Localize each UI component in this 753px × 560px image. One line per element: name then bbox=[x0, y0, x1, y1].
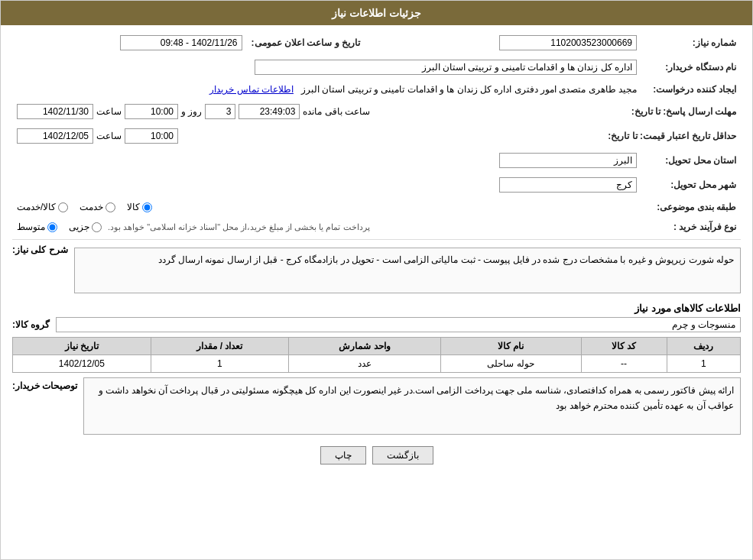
buyer-notes-text: ارائه پیش فاکتور رسمی به همراه کدافتصادی… bbox=[83, 377, 741, 435]
creator-link[interactable]: اطلاعات تماس خریدار bbox=[209, 84, 294, 95]
page-title: جزئیات اطلاعات نیاز bbox=[332, 7, 421, 19]
deadline-remaining-label: ساعت باقی مانده bbox=[303, 106, 370, 117]
announce-date-label: تاریخ و ساعت اعلان عمومی: bbox=[247, 33, 365, 53]
col-date: تاریخ نیاز bbox=[13, 338, 151, 355]
buyer-org-label: نام دستگاه خریدار: bbox=[641, 57, 741, 77]
price-validity-label: حداقل تاریخ اعتبار قیمت: تا تاریخ: bbox=[603, 126, 741, 146]
table-row: 1 -- حوله ساحلی عدد 1 1402/12/05 bbox=[13, 355, 741, 373]
city-row: شهر محل تحویل: کرج bbox=[12, 175, 741, 195]
process-label: نوع فرآیند خرید : bbox=[641, 219, 741, 235]
cell-name: حوله ساحلی bbox=[440, 355, 581, 373]
creator-label: ایجاد کننده درخواست: bbox=[641, 82, 741, 97]
goods-group-label: گروه کالا: bbox=[12, 319, 50, 330]
summary-label: شرح کلی نیاز: bbox=[12, 244, 68, 255]
province-label: استان محل تحویل: bbox=[641, 151, 741, 170]
col-name: نام کالا bbox=[440, 338, 581, 355]
type-option-khidmat[interactable]: خدمت bbox=[80, 202, 115, 212]
buyer-org-row: نام دستگاه خریدار: اداره کل زندان ها و ا… bbox=[12, 57, 741, 77]
cell-unit: عدد bbox=[289, 355, 441, 373]
city-label: شهر محل تحویل: bbox=[641, 175, 741, 195]
price-validity-date: 1402/12/05 bbox=[17, 128, 93, 144]
summary-text: حوله شورت زیرپوش و غیره با مشخصات درج شد… bbox=[74, 248, 741, 293]
province-row: استان محل تحویل: البرز bbox=[12, 151, 741, 170]
need-number-label: شماره نیاز: bbox=[641, 33, 741, 53]
creator-value: مجید طاهری متصدی امور دفتری اداره کل زند… bbox=[301, 84, 637, 95]
type-option-kala-khidmat[interactable]: کالا/خدمت bbox=[17, 202, 68, 212]
deadline-days-label: روز و bbox=[181, 106, 202, 117]
need-number-value: 1102003523000669 bbox=[499, 35, 637, 50]
city-value: کرج bbox=[499, 177, 637, 193]
col-qty: تعداد / مقدار bbox=[151, 338, 288, 355]
deadline-date: 1402/11/30 bbox=[17, 104, 93, 119]
creator-row: ایجاد کننده درخواست: مجید طاهری متصدی ام… bbox=[12, 82, 741, 97]
cell-row: 1 bbox=[667, 355, 740, 373]
col-row: ردیف bbox=[667, 338, 740, 355]
content-area: شماره نیاز: 1102003523000669 تاریخ و ساع… bbox=[1, 25, 752, 480]
deadline-time: 10:00 bbox=[125, 104, 178, 119]
type-row: طبقه بندی موضوعی: کالا/خدمت خدمت کالا bbox=[12, 199, 741, 215]
process-description: پرداخت تمام یا بخشی از مبلغ خرید،از محل … bbox=[108, 222, 370, 232]
province-value: البرز bbox=[499, 153, 637, 168]
price-validity-time: 10:00 bbox=[125, 128, 178, 144]
deadline-days: 3 bbox=[205, 104, 235, 119]
page-header: جزئیات اطلاعات نیاز bbox=[1, 1, 752, 25]
buyer-notes-label: توصیحات خریدار: bbox=[12, 377, 77, 391]
price-validity-time-label: ساعت bbox=[96, 131, 122, 141]
cell-code: -- bbox=[581, 355, 667, 373]
cell-date: 1402/12/05 bbox=[13, 355, 151, 373]
buyer-org-value: اداره کل زندان ها و اقدامات تامینی و ترب… bbox=[255, 60, 637, 75]
col-unit: واحد شمارش bbox=[289, 338, 441, 355]
deadline-remaining: 23:49:03 bbox=[239, 104, 300, 119]
back-button[interactable]: بازگشت bbox=[372, 446, 433, 465]
page-wrapper: جزئیات اطلاعات نیاز شماره نیاز: 11020035… bbox=[0, 0, 753, 560]
deadline-label: مهلت ارسال پاسخ: تا تاریخ: bbox=[627, 102, 741, 121]
price-validity-row: حداقل تاریخ اعتبار قیمت: تا تاریخ: 1402/… bbox=[12, 126, 741, 146]
deadline-time-label: ساعت bbox=[96, 106, 122, 117]
process-option-mutavasit[interactable]: متوسط bbox=[17, 222, 57, 232]
print-button[interactable]: چاپ bbox=[320, 446, 366, 465]
deadline-row: مهلت ارسال پاسخ: تا تاریخ: 1402/11/30 سا… bbox=[12, 102, 741, 121]
cell-qty: 1 bbox=[151, 355, 288, 373]
goods-table: ردیف کد کالا نام کالا واحد شمارش تعداد /… bbox=[12, 337, 741, 373]
goods-group-row: گروه کالا: منسوجات و چرم bbox=[12, 317, 741, 332]
announce-date-value: 1402/11/26 - 09:48 bbox=[120, 35, 242, 50]
goods-section-title: اطلاعات کالاهای مورد نیاز bbox=[12, 303, 741, 314]
footer-buttons: بازگشت چاپ bbox=[12, 446, 741, 465]
process-option-juz'i[interactable]: جزیی bbox=[69, 222, 102, 232]
process-row: نوع فرآیند خرید : متوسط جزیی bbox=[12, 219, 741, 235]
type-label: طبقه بندی موضوعی: bbox=[641, 199, 741, 215]
buyer-notes-row: توصیحات خریدار: ارائه پیش فاکتور رسمی به… bbox=[12, 377, 741, 435]
summary-section: شرح کلی نیاز: حوله شورت زیرپوش و غیره با… bbox=[12, 244, 741, 296]
type-option-kala[interactable]: کالا bbox=[127, 202, 152, 212]
goods-group-value: منسوجات و چرم bbox=[56, 317, 741, 332]
need-number-row: شماره نیاز: 1102003523000669 تاریخ و ساع… bbox=[12, 33, 741, 53]
col-code: کد کالا bbox=[581, 338, 667, 355]
